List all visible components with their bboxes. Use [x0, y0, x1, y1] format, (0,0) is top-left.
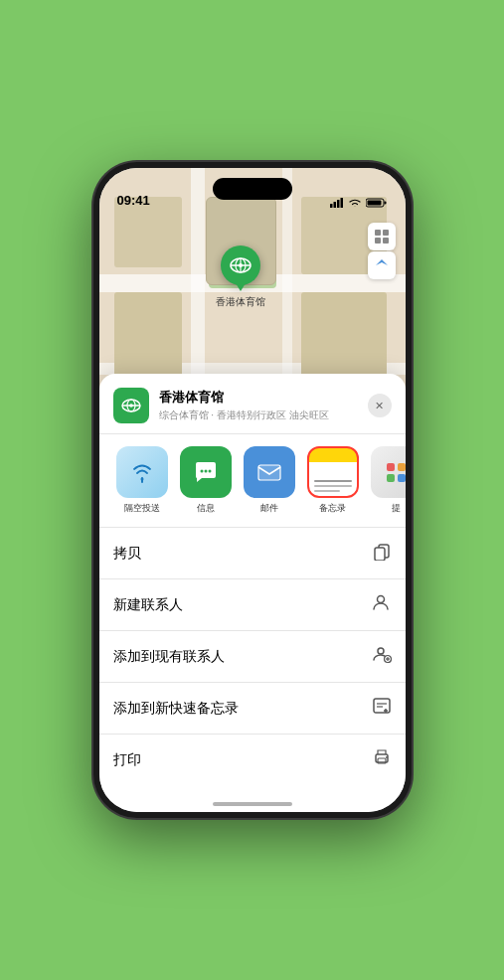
svg-point-40: [386, 756, 388, 758]
svg-rect-15: [383, 238, 389, 244]
location-subtitle: 综合体育馆 · 香港特别行政区 油尖旺区: [159, 408, 368, 422]
add-note-label: 添加到新快速备忘录: [113, 700, 239, 718]
action-add-note[interactable]: 添加到新快速备忘录: [99, 683, 406, 735]
add-existing-label: 添加到现有联系人: [113, 648, 225, 666]
svg-point-19: [129, 405, 133, 408]
pin-label: 香港体育馆: [216, 295, 265, 309]
action-add-existing[interactable]: 添加到现有联系人: [99, 631, 406, 683]
app-item-messages[interactable]: 信息: [177, 446, 235, 515]
svg-point-11: [239, 263, 243, 267]
svg-rect-24: [258, 465, 280, 480]
bottom-sheet: 香港体育馆 综合体育馆 · 香港特别行政区 油尖旺区 ✕: [99, 374, 406, 812]
more-icon: [371, 446, 406, 498]
svg-rect-1: [333, 202, 336, 208]
app-item-notes[interactable]: 备忘录: [304, 446, 362, 515]
svg-rect-13: [383, 230, 389, 236]
svg-point-21: [200, 470, 203, 473]
action-print[interactable]: 打印: [99, 735, 406, 785]
stadium-pin[interactable]: 香港体育馆: [216, 245, 265, 309]
app-item-mail[interactable]: 邮件: [241, 446, 298, 515]
location-venue-icon: [113, 388, 149, 423]
airdrop-icon: [116, 446, 168, 498]
mail-icon: [244, 446, 295, 498]
location-info: 香港体育馆 综合体育馆 · 香港特别行政区 油尖旺区: [159, 389, 368, 422]
location-name: 香港体育馆: [159, 389, 368, 407]
location-button[interactable]: [368, 251, 396, 279]
svg-point-23: [208, 470, 211, 473]
wifi-icon: [348, 198, 362, 208]
map-controls: [368, 223, 396, 279]
map-block: [114, 292, 182, 381]
svg-rect-0: [330, 204, 333, 208]
dynamic-island: [213, 178, 292, 200]
svg-rect-3: [340, 198, 343, 208]
print-icon: [372, 747, 392, 772]
app-item-more[interactable]: 提: [368, 446, 406, 515]
svg-rect-6: [367, 201, 381, 206]
note-add-icon: [372, 696, 392, 721]
action-list: 拷贝 新建联系人: [99, 528, 406, 785]
person-circle-add-icon: [372, 644, 392, 669]
print-label: 打印: [113, 751, 141, 769]
svg-point-22: [204, 470, 207, 473]
signal-icon: [330, 198, 344, 208]
messages-label: 信息: [197, 502, 215, 515]
map-block: [301, 292, 387, 381]
svg-point-20: [140, 478, 143, 481]
status-icons: [330, 198, 388, 208]
messages-icon: [180, 446, 232, 498]
copy-icon: [372, 541, 392, 566]
svg-rect-5: [384, 202, 386, 205]
mail-label: 邮件: [260, 502, 278, 515]
action-copy[interactable]: 拷贝: [99, 528, 406, 579]
more-dots: [387, 463, 406, 482]
svg-rect-12: [375, 230, 381, 236]
svg-rect-2: [337, 200, 340, 208]
notes-label: 备忘录: [319, 502, 346, 515]
svg-rect-27: [375, 548, 385, 561]
share-apps-row: 隔空投送 信息: [99, 434, 406, 528]
app-item-airdrop[interactable]: 隔空投送: [113, 446, 171, 515]
person-add-icon: [372, 592, 392, 617]
pin-icon: [221, 245, 260, 285]
svg-rect-14: [375, 238, 381, 244]
battery-icon: [366, 198, 388, 208]
more-label: 提: [392, 502, 401, 515]
svg-point-29: [378, 648, 384, 654]
home-indicator: [213, 802, 292, 806]
close-button[interactable]: ✕: [368, 394, 392, 417]
notes-icon: [307, 446, 359, 498]
location-header: 香港体育馆 综合体育馆 · 香港特别行政区 油尖旺区 ✕: [99, 374, 406, 434]
new-contact-label: 新建联系人: [113, 596, 183, 614]
action-copy-label: 拷贝: [113, 545, 141, 563]
action-new-contact[interactable]: 新建联系人: [99, 579, 406, 631]
phone-screen: 09:41: [99, 168, 406, 812]
status-time: 09:41: [117, 193, 150, 208]
airdrop-label: 隔空投送: [124, 502, 160, 515]
map-type-button[interactable]: [368, 223, 396, 250]
phone-frame: 09:41: [93, 162, 412, 818]
svg-point-28: [377, 596, 384, 603]
